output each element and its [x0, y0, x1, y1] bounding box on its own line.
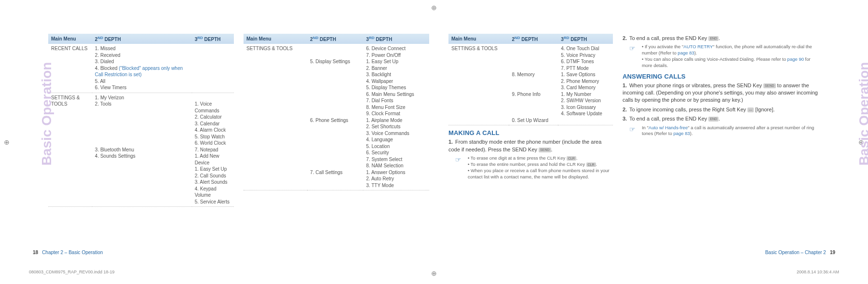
making-call-tips: ☞ To erase one digit at a time press the… — [455, 155, 613, 180]
th-2nd-depth: 2ND DEPTH — [307, 34, 363, 44]
cell-3rd: 4. One Touch Dial 5. Voice Privacy 6. DT… — [558, 44, 613, 125]
th-3rd-depth: 3RD DEPTH — [363, 34, 429, 44]
cell-settings-tools: SETTINGS & TOOLS — [448, 44, 509, 125]
table-row: SETTINGS & TOOLS 8. Memory9. Phone Info0… — [448, 44, 613, 125]
footer-chapter: Basic Operation – Chapter 2 — [765, 250, 826, 255]
th-main-menu: Main Menu — [448, 34, 509, 44]
page-spread: Basic Operation Main Menu 2ND DEPTH 3RD … — [24, 34, 844, 255]
menu-table-2: Main Menu 2ND DEPTH 3RD DEPTH SETTINGS &… — [244, 34, 429, 255]
th-3rd-depth: 3RD DEPTH — [192, 34, 234, 44]
page-number: 18 — [33, 250, 38, 255]
page-left: Basic Operation Main Menu 2ND DEPTH 3RD … — [24, 34, 434, 255]
answering-tip: ☞ In "Auto w/ Hands-free" a call is auto… — [629, 125, 820, 137]
footer-left: 18 Chapter 2 – Basic Operation — [24, 250, 434, 255]
cell-recent-calls-items: 1. Missed 2. Received 3. Dialed 4. Block… — [92, 44, 192, 93]
table-row: SETTINGS & TOOLS 5. Display Settings6. P… — [244, 44, 429, 190]
cell-settings-3rd: 1. Voice Commands 2. Calculator 3. Calen… — [192, 93, 234, 207]
th-3rd-depth: 3RD DEPTH — [558, 34, 613, 44]
cell-recent-calls: RECENT CALLS — [48, 44, 92, 93]
cell-2nd: 8. Memory9. Phone Info0. Set Up Wizard — [509, 44, 558, 125]
side-label-text: Basic Operation — [857, 62, 868, 166]
auto-retry-tip: ☞ If you activate the "AUTO RETRY" funct… — [629, 44, 820, 68]
page-right: Basic Operation Main Menu 2ND DEPTH 3RD … — [434, 34, 844, 255]
th-2nd-depth: 2ND DEPTH — [509, 34, 558, 44]
cell-3rd: 6. Device Connect 7. Power On/Off 1. Eas… — [363, 44, 429, 190]
cell-settings-tools: SETTINGS & TOOLS — [244, 44, 307, 190]
th-main-menu: Main Menu — [48, 34, 92, 44]
end-key-icon: END — [708, 117, 719, 122]
footer-chapter: Chapter 2 – Basic Operation — [42, 250, 103, 255]
send-key-icon: SEND — [539, 148, 551, 152]
crop-mark-icon: ⊕ — [431, 4, 437, 12]
table-row: RECENT CALLS 1. Missed 2. Received 3. Di… — [48, 44, 234, 93]
menu-table-3: Main Menu 2ND DEPTH 3RD DEPTH SETTINGS &… — [448, 34, 613, 125]
right-col-1: Main Menu 2ND DEPTH 3RD DEPTH SETTINGS &… — [448, 34, 613, 255]
making-a-call-heading: MAKING A CALL — [448, 129, 613, 136]
side-label-left: Basic Operation — [24, 34, 43, 255]
doc-timestamp: 2008.8.14 10:36:4 AM — [797, 270, 839, 274]
th-2nd-depth: 2ND DEPTH — [92, 34, 192, 44]
th-main-menu: Main Menu — [244, 34, 307, 44]
side-label-right: Basic Operation — [825, 34, 844, 255]
clr-key-icon: CLR — [586, 162, 596, 167]
end-key-icon: END — [708, 36, 719, 41]
softkey-icon: — — [747, 108, 754, 112]
footer-right: Basic Operation – Chapter 2 19 — [434, 250, 844, 255]
answering-step1: 1.When your phone rings or vibrates, pre… — [623, 82, 820, 104]
clr-key-icon: CLR — [567, 156, 576, 161]
tip-icon: ☞ — [455, 155, 465, 180]
table-row: SETTINGS & TOOLS 1. My Verizon 2. Tools3… — [48, 93, 234, 207]
cell-2nd: 5. Display Settings6. Phone Settings7. C… — [307, 44, 363, 190]
send-key-icon: SEND — [763, 83, 775, 88]
side-label-text: Basic Operation — [39, 62, 54, 166]
doc-filename: 080803_CDM8975_RAP_REV00.indd 18-19 — [29, 270, 115, 274]
crop-mark-icon: ⊕ — [431, 270, 437, 277]
tip-icon: ☞ — [629, 44, 639, 68]
answering-step2: 2.To ignore incoming calls, press the Ri… — [623, 106, 820, 113]
tip-icon: ☞ — [629, 125, 639, 137]
cell-settings-tools: SETTINGS & TOOLS — [48, 93, 92, 207]
answering-calls-heading: ANSWERING CALLS — [623, 73, 820, 80]
answering-step3: 3.To end a call, press the END Key END. — [623, 115, 820, 122]
cell-settings-2nd: 1. My Verizon 2. Tools3. Bluetooth Menu … — [92, 93, 192, 207]
menu-table-1: Main Menu 2ND DEPTH 3RD DEPTH RECENT CAL… — [48, 34, 234, 255]
end-call-step2: 2.To end a call, press the END Key END. — [623, 35, 820, 42]
right-col-2: 2.To end a call, press the END Key END. … — [623, 34, 820, 255]
making-call-step1: 1.From standby mode enter the phone numb… — [448, 138, 613, 153]
crop-mark-icon: ⊕ — [4, 138, 10, 146]
